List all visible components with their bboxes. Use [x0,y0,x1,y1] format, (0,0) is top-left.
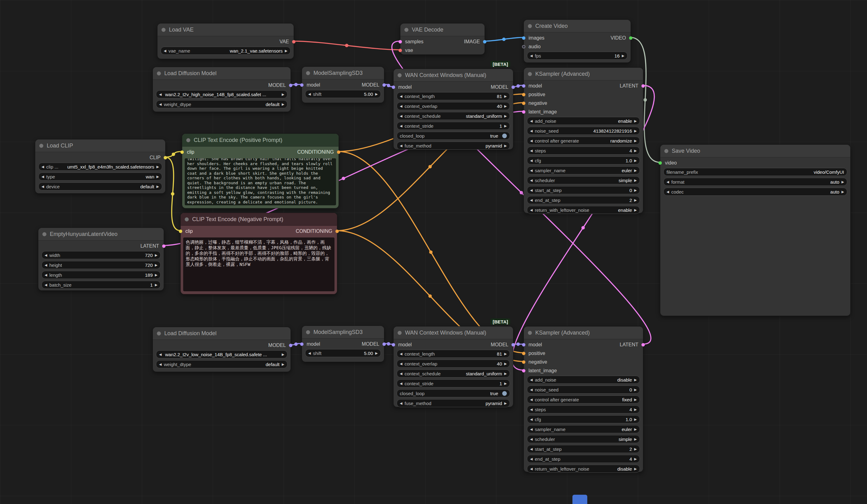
increment-arrow[interactable]: ▶ [504,402,507,405]
decrement-arrow[interactable]: ◀ [530,129,533,133]
decrement-arrow[interactable]: ◀ [530,428,533,431]
widget-type[interactable]: ◀typewan▶ [39,173,162,180]
decrement-arrow[interactable]: ◀ [400,352,402,355]
widget-start_at_step[interactable]: ◀start_at_step0▶ [527,186,640,194]
node-header[interactable]: CLIP Text Encode (Negative Prompt) [181,213,337,226]
increment-arrow[interactable]: ▶ [634,189,637,192]
decrement-arrow[interactable]: ◀ [530,438,533,441]
collapse-dot[interactable] [404,28,408,32]
bottom-blue-panel[interactable] [572,495,587,504]
increment-arrow[interactable]: ▶ [634,418,637,421]
decrement-arrow[interactable]: ◀ [530,418,533,421]
samples-input-port[interactable] [398,40,402,44]
decrement-arrow[interactable]: ◀ [530,149,533,152]
collapse-dot[interactable] [42,232,46,236]
increment-arrow[interactable]: ▶ [634,129,637,133]
decrement-arrow[interactable]: ◀ [42,165,44,168]
model-input-port[interactable] [300,343,303,346]
clip-input-port[interactable] [179,230,182,233]
node-header[interactable]: ModelSamplingSD3 [302,67,384,79]
decrement-arrow[interactable]: ◀ [530,447,533,451]
node-header[interactable]: EmptyHunyuanLatentVideo [39,228,164,241]
node-header[interactable]: Load Diffusion Model [153,327,290,340]
increment-arrow[interactable]: ▶ [634,149,637,152]
decrement-arrow[interactable]: ◀ [400,105,402,108]
video-input-port[interactable] [659,161,662,165]
increment-arrow[interactable]: ▶ [504,95,507,98]
collapse-dot[interactable] [528,331,532,335]
widget-sampler_name[interactable]: ◀sampler_nameeuler▶ [527,425,640,433]
increment-arrow[interactable]: ▶ [634,398,637,401]
increment-arrow[interactable]: ▶ [157,185,159,188]
increment-arrow[interactable]: ▶ [282,93,285,96]
IMAGE-output-port[interactable] [483,40,486,44]
node-clip-text-encode-negative[interactable]: CLIP Text Encode (Negative Prompt)clipCO… [180,213,337,294]
decrement-arrow[interactable]: ◀ [45,283,47,287]
clip-input-port[interactable] [180,151,184,154]
increment-arrow[interactable]: ▶ [634,139,637,143]
node-load-vae[interactable]: Load VAEVAE◀vae_namewan_2.1_vae.safetens… [157,23,294,59]
decrement-arrow[interactable]: ◀ [666,180,669,184]
decrement-arrow[interactable]: ◀ [400,114,402,118]
decrement-arrow[interactable]: ◀ [530,457,533,461]
widget-add_noise[interactable]: ◀add_noiseenable▶ [527,117,640,125]
widget-control_after_generate[interactable]: ◀control after generaterandomize▶ [527,137,640,145]
model-input-port[interactable] [522,85,525,88]
widget-format[interactable]: ◀formatauto▶ [663,178,847,186]
widget-steps[interactable]: ◀steps4▶ [527,405,640,413]
increment-arrow[interactable]: ▶ [634,447,637,451]
widget-context_stride[interactable]: ◀context_stride1▶ [397,122,510,130]
decrement-arrow[interactable]: ◀ [530,408,533,411]
increment-arrow[interactable]: ▶ [634,198,637,202]
increment-arrow[interactable]: ▶ [504,114,507,118]
node-vae-decode[interactable]: VAE DecodesamplesIMAGEvae [400,23,485,55]
widget-value[interactable]: ◀wan2.2_t2v_high_noise_14B_fp8_scaled.sa… [156,90,288,98]
decrement-arrow[interactable]: ◀ [159,103,161,106]
decrement-arrow[interactable]: ◀ [530,378,533,382]
increment-arrow[interactable]: ▶ [634,119,637,123]
node-header[interactable]: KSampler (Advanced) [524,327,643,339]
increment-arrow[interactable]: ▶ [842,180,844,184]
audio-input-port[interactable] [522,45,525,48]
node-load-clip[interactable]: Load CLIPCLIP◀clip ...umt5_xxl_fp8_e4m3f… [35,139,165,194]
node-header[interactable]: VAE Decode [400,23,484,36]
decrement-arrow[interactable]: ◀ [45,273,47,277]
increment-arrow[interactable]: ▶ [504,352,507,355]
widget-scheduler[interactable]: ◀schedulersimple▶ [527,176,640,184]
decrement-arrow[interactable]: ◀ [159,93,161,96]
decrement-arrow[interactable]: ◀ [400,382,402,385]
decrement-arrow[interactable]: ◀ [400,95,402,98]
widget-add_noise[interactable]: ◀add_noisedisable▶ [527,376,640,384]
model-input-port[interactable] [300,84,303,87]
widget-shift[interactable]: ◀shift5.00▶ [305,349,381,357]
increment-arrow[interactable]: ▶ [504,105,507,108]
increment-arrow[interactable]: ▶ [157,175,159,178]
widget-noise_seed[interactable]: ◀noise_seed0▶ [527,386,640,394]
prompt-textarea[interactable]: 色调艳丽，过曝，静态，细节模糊不清，字幕，风格，作品，画作，画面，静止，整体发灰… [183,238,334,291]
widget-end_at_step[interactable]: ◀end_at_step2▶ [527,196,640,204]
increment-arrow[interactable]: ▶ [634,169,637,172]
latent_image-input-port[interactable] [522,369,525,373]
node-header[interactable]: CLIP Text Encode (Positive Prompt) [182,134,339,146]
decrement-arrow[interactable]: ◀ [400,402,402,405]
collapse-dot[interactable] [161,28,165,32]
node-wan-context-windows-bottom[interactable]: [BETA]WAN Context Windows (Manual)modelM… [393,326,513,407]
node-empty-hunyuan-latent-video[interactable]: EmptyHunyuanLatentVideoLATENT◀width720▶◀… [38,228,164,291]
decrement-arrow[interactable]: ◀ [530,169,533,172]
decrement-arrow[interactable]: ◀ [400,362,402,365]
decrement-arrow[interactable]: ◀ [530,119,533,123]
widget-cfg[interactable]: ◀cfg1.0▶ [527,156,640,164]
widget-closed_loop[interactable]: closed_looptrue [397,389,510,397]
collapse-dot[interactable] [398,331,402,335]
increment-arrow[interactable]: ▶ [504,372,507,375]
decrement-arrow[interactable]: ◀ [164,49,166,53]
widget-weight_dtype[interactable]: ◀weight_dtypedefault▶ [156,360,288,368]
node-graph-canvas[interactable]: Load VAEVAE◀vae_namewan_2.1_vae.safetens… [0,0,867,504]
node-clip-text-encode-positive[interactable]: CLIP Text Encode (Positive Prompt)clipCO… [182,134,339,208]
increment-arrow[interactable]: ▶ [504,124,507,128]
increment-arrow[interactable]: ▶ [634,457,637,461]
widget-value[interactable]: ◀wan2.2_t2v_low_noise_14B_fp8_scaled.saf… [156,350,288,358]
widget-fps[interactable]: ◀fps16▶ [527,52,628,60]
increment-arrow[interactable]: ▶ [282,363,285,366]
decrement-arrow[interactable]: ◀ [400,144,402,147]
